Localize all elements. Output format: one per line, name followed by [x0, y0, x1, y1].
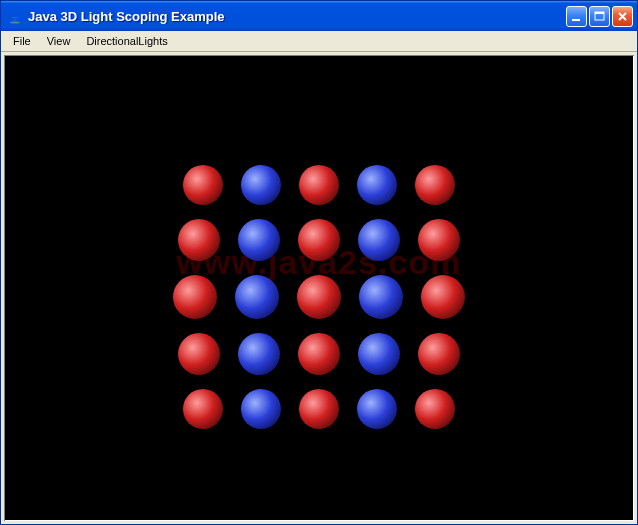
menu-view[interactable]: View	[39, 33, 79, 49]
window-controls	[566, 6, 633, 27]
red-sphere	[299, 165, 339, 205]
red-sphere	[298, 219, 340, 261]
menu-bar: File View DirectionalLights	[1, 31, 637, 52]
red-sphere	[415, 389, 455, 429]
red-sphere	[183, 389, 223, 429]
maximize-button[interactable]	[589, 6, 610, 27]
blue-sphere	[235, 275, 279, 319]
svg-point-0	[10, 22, 20, 24]
svg-rect-1	[572, 19, 580, 21]
blue-sphere	[238, 333, 280, 375]
sphere-row	[173, 389, 465, 429]
close-button[interactable]	[612, 6, 633, 27]
title-bar[interactable]: Java 3D Light Scoping Example	[1, 1, 637, 31]
blue-sphere	[358, 333, 400, 375]
red-sphere	[178, 333, 220, 375]
canvas-3d[interactable]: www.java2s.com	[4, 55, 634, 521]
red-sphere	[418, 333, 460, 375]
blue-sphere	[241, 389, 281, 429]
red-sphere	[178, 219, 220, 261]
red-sphere	[173, 275, 217, 319]
sphere-row	[173, 165, 465, 205]
blue-sphere	[238, 219, 280, 261]
red-sphere	[298, 333, 340, 375]
red-sphere	[418, 219, 460, 261]
sphere-row	[173, 333, 465, 375]
blue-sphere	[357, 389, 397, 429]
blue-sphere	[358, 219, 400, 261]
sphere-grid	[173, 165, 465, 443]
red-sphere	[297, 275, 341, 319]
red-sphere	[415, 165, 455, 205]
menu-directional-lights[interactable]: DirectionalLights	[78, 33, 175, 49]
minimize-button[interactable]	[566, 6, 587, 27]
window-title: Java 3D Light Scoping Example	[28, 9, 566, 24]
red-sphere	[421, 275, 465, 319]
sphere-row	[173, 219, 465, 261]
menu-file[interactable]: File	[5, 33, 39, 49]
java-app-icon	[7, 8, 23, 24]
svg-rect-3	[595, 12, 604, 14]
blue-sphere	[241, 165, 281, 205]
red-sphere	[299, 389, 339, 429]
blue-sphere	[357, 165, 397, 205]
sphere-row	[173, 275, 465, 319]
app-window: Java 3D Light Scoping Example File View …	[0, 0, 638, 525]
red-sphere	[183, 165, 223, 205]
blue-sphere	[359, 275, 403, 319]
